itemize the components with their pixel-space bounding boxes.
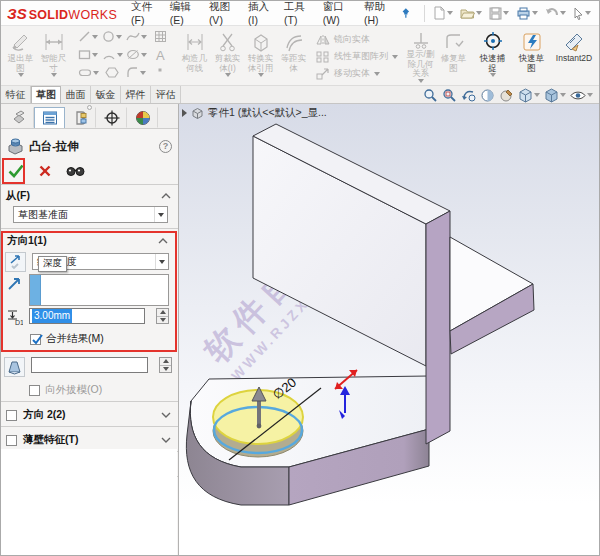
tab-property-manager[interactable] [34, 107, 65, 128]
mirror-entities-button[interactable]: 镜向实体 [316, 32, 370, 47]
linear-pattern-dropdown[interactable] [392, 55, 398, 59]
menu-edit[interactable]: 编辑(E) [170, 0, 196, 26]
view-settings-button[interactable] [499, 88, 514, 103]
print-button[interactable] [514, 6, 540, 21]
thin-feature-checkbox[interactable] [6, 435, 17, 446]
spinner-up-icon[interactable] [160, 358, 171, 366]
draft-button[interactable] [4, 357, 25, 377]
convert-entities-button[interactable]: 转换实体引用 [244, 29, 277, 77]
menu-insert[interactable]: 插入(I) [248, 0, 271, 26]
menu-view[interactable]: 视图(V) [209, 0, 235, 26]
previous-view-button[interactable] [461, 88, 476, 103]
depth-spinner[interactable] [156, 308, 169, 324]
display-delete-relations-button[interactable]: 显示/删除几何关系 [404, 29, 437, 83]
point-tool[interactable] [148, 66, 172, 74]
exit-sketch-dropdown[interactable] [18, 73, 24, 77]
preview-glasses-button[interactable] [66, 166, 86, 177]
display-style-button[interactable] [544, 88, 566, 103]
text-tool-icon[interactable]: A [148, 48, 172, 62]
save-button[interactable] [487, 6, 511, 21]
flyout-expand-icon[interactable] [182, 109, 187, 117]
menu-tools[interactable]: 工具(T) [284, 0, 310, 26]
thin-feature-header[interactable]: 薄壁特征(T) [1, 429, 178, 449]
spline-tool[interactable] [124, 30, 148, 43]
menu-help[interactable]: 帮助(H) [364, 0, 391, 26]
instant2d-button[interactable]: Instant2D [548, 29, 599, 64]
help-icon[interactable]: ? [159, 140, 172, 153]
trim-entities-button[interactable]: 剪裁实体(I) [211, 29, 244, 77]
direction2-checkbox[interactable] [6, 410, 17, 421]
move-entities-button[interactable]: 移动实体 [316, 66, 380, 81]
offset-entities-button[interactable]: 等距实体 [277, 29, 310, 73]
expand-chevron-icon [161, 412, 171, 418]
slot-tool[interactable] [76, 66, 100, 79]
zoom-to-fit-button[interactable] [423, 88, 438, 103]
convert-entities-dropdown[interactable] [258, 73, 264, 77]
section-view-button[interactable] [480, 88, 495, 103]
smart-dimension-dropdown[interactable] [51, 73, 57, 77]
pin-menu-icon[interactable] [401, 6, 411, 20]
direction2-header[interactable]: 方向 2(2) [1, 404, 178, 424]
repair-sketch-button[interactable]: 修复草图 [437, 29, 470, 73]
depth-input[interactable]: 3.00mm [29, 308, 145, 324]
linear-sketch-pattern-button[interactable]: 线性草图阵列 [316, 49, 398, 64]
smart-dimension-button[interactable]: 智能尺寸 [37, 29, 70, 77]
from-condition-select[interactable]: 草图基准面 [13, 206, 168, 223]
model-3d-render[interactable]: ∅20 [179, 104, 599, 556]
fillet-tool[interactable] [124, 66, 148, 79]
tab-feature-manager-tree[interactable] [3, 107, 34, 128]
direction-reference-box[interactable] [29, 274, 169, 306]
tab-display-manager[interactable] [127, 107, 158, 128]
ellipse-tool[interactable] [124, 48, 148, 61]
display-relations-dropdown[interactable] [418, 79, 424, 83]
merge-result-checkbox[interactable] [30, 334, 41, 345]
spinner-down-icon[interactable] [160, 366, 171, 373]
quick-snaps-button[interactable]: 快速捕捉 [476, 29, 509, 77]
rapid-sketch-button[interactable]: 快速草图 [515, 29, 548, 73]
tab-dimxpert-manager[interactable] [96, 107, 127, 128]
hide-show-items-button[interactable] [570, 89, 593, 102]
construction-geometry-button[interactable]: 构造几何线 [178, 29, 211, 73]
trim-entities-dropdown[interactable] [225, 73, 231, 77]
feature-tree-flyout[interactable]: 零件1 (默认<<默认>_显... [182, 106, 327, 120]
tab-features[interactable]: 特征 [1, 86, 31, 103]
sketch-pattern-tool[interactable] [148, 30, 172, 43]
draft-angle-input[interactable] [31, 357, 148, 373]
from-section-header[interactable]: 从(F) [1, 185, 178, 205]
tab-weldments[interactable]: 焊件 [121, 86, 151, 103]
new-file-button[interactable] [431, 5, 455, 21]
reverse-direction-button[interactable] [5, 252, 26, 272]
draft-outward-checkbox[interactable] [29, 385, 40, 396]
rapid-sketch-icon [521, 31, 543, 53]
instant2d-icon [563, 31, 585, 53]
spinner-down-icon[interactable] [157, 317, 168, 324]
select-tool-button[interactable] [571, 6, 593, 21]
polygon-tool[interactable] [100, 66, 124, 79]
line-tool[interactable] [76, 30, 100, 43]
exit-sketch-button[interactable]: 退出草图 [4, 29, 37, 77]
view-orientation-button[interactable] [518, 88, 540, 103]
circle-tool[interactable] [100, 30, 124, 43]
draft-spinner[interactable] [159, 357, 172, 373]
undo-button[interactable] [543, 6, 568, 20]
spinner-up-icon[interactable] [157, 309, 168, 317]
open-file-button[interactable] [458, 6, 484, 21]
rectangle-tool[interactable] [76, 48, 100, 61]
menu-window[interactable]: 窗口(W) [323, 0, 351, 26]
graphics-viewport[interactable]: 零件1 (默认<<默认>_显... 软件自学网 WWW.RJZXW.COM [179, 104, 599, 556]
tab-configuration-manager[interactable] [65, 107, 96, 128]
quick-snaps-dropdown[interactable] [490, 73, 496, 77]
cancel-button[interactable] [39, 165, 51, 177]
tab-sketch[interactable]: 草图 [31, 86, 61, 103]
ribbon-group-modify: 构造几何线 剪裁实体(I) 转换实体引用 等距实体 [177, 28, 311, 85]
panel-splitter-handle[interactable] [87, 105, 92, 110]
arc-tool[interactable] [100, 48, 124, 61]
zoom-to-area-button[interactable] [442, 88, 457, 103]
move-entities-dropdown[interactable] [374, 72, 380, 76]
tab-sheet-metal[interactable]: 钣金 [91, 86, 121, 103]
direction1-header[interactable]: 方向1(1) [2, 232, 175, 250]
tab-surfaces[interactable]: 曲面 [61, 86, 91, 103]
ok-button[interactable] [8, 164, 24, 178]
menu-file[interactable]: 文件(F) [131, 0, 157, 26]
tab-evaluate[interactable]: 评估 [151, 86, 181, 103]
